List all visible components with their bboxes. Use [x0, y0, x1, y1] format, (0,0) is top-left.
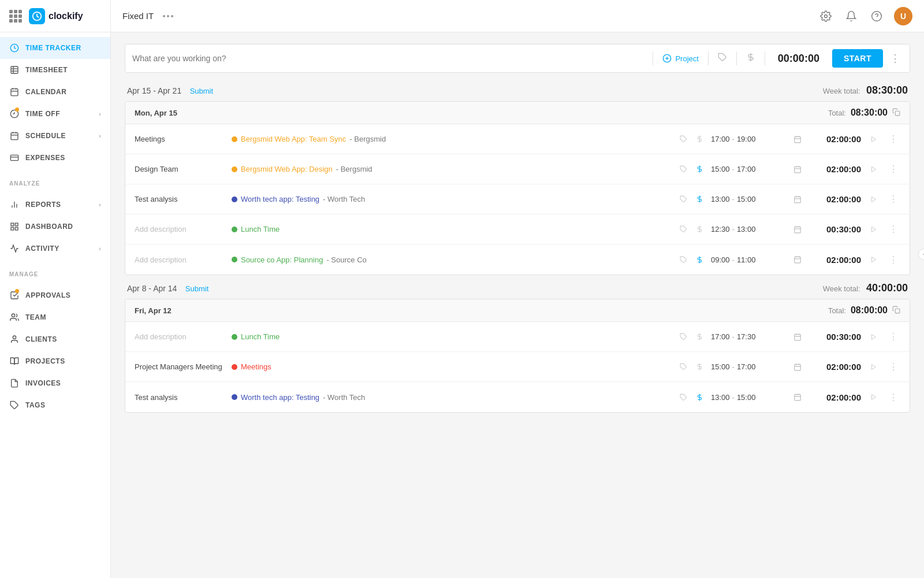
more-options-button[interactable]: ⋮ [886, 360, 900, 374]
entry-time-range[interactable]: 15:00 - 17:00 [711, 165, 786, 173]
sidebar-item-clients[interactable]: CLIENTS [0, 328, 110, 350]
tag-icon[interactable] [676, 192, 690, 206]
sidebar-item-team[interactable]: TEAM [0, 306, 110, 328]
day-total-time: 08:30:00 [851, 108, 888, 118]
workspace-menu-button[interactable] [163, 15, 173, 17]
more-options-button[interactable]: ⋮ [886, 390, 900, 404]
tag-icon[interactable] [676, 132, 690, 146]
sidebar-item-expenses[interactable]: EXPENSES [0, 147, 110, 169]
play-button[interactable] [866, 131, 882, 147]
avatar[interactable]: U [894, 7, 912, 25]
calendar-icon[interactable] [791, 132, 804, 146]
project-name[interactable]: Lunch Time [241, 225, 280, 234]
sidebar-item-timesheet[interactable]: TIMESHEET [0, 59, 110, 81]
project-name[interactable]: Worth tech app: Testing [241, 195, 319, 203]
entry-description[interactable]: Meetings [135, 135, 227, 143]
more-options-button[interactable]: ⋮ [886, 162, 900, 176]
project-name[interactable]: Worth tech app: Testing [241, 393, 319, 402]
project-name[interactable]: Meetings [241, 362, 271, 371]
sidebar-item-approvals[interactable]: APPROVALS [0, 284, 110, 306]
entry-description[interactable]: Design Team [135, 165, 227, 173]
calendar-icon[interactable] [791, 192, 804, 206]
calendar-icon[interactable] [791, 390, 804, 404]
more-options-button[interactable]: ⋮ [886, 330, 900, 344]
sidebar-item-dashboard[interactable]: DASHBOARD [0, 216, 110, 238]
entry-description[interactable]: Project Managers Meeting [135, 362, 227, 371]
billable-icon[interactable] [692, 132, 706, 146]
submit-button[interactable]: Submit [185, 284, 208, 293]
description-input[interactable] [132, 54, 648, 63]
more-options-button[interactable]: ⋮ [886, 192, 900, 206]
entry-time-range[interactable]: 13:00 - 15:00 [711, 195, 786, 203]
submit-button[interactable]: Submit [190, 87, 213, 95]
copy-icon[interactable] [892, 108, 900, 118]
logo[interactable]: clockify [29, 8, 83, 24]
project-name[interactable]: Bergsmid Web App: Team Sync [241, 135, 346, 143]
project-button[interactable]: Project [658, 51, 703, 65]
billable-icon[interactable] [692, 223, 706, 236]
sidebar-item-activity[interactable]: ACTIVITY › [0, 238, 110, 260]
play-button[interactable] [866, 191, 882, 208]
sidebar-item-calendar[interactable]: CALENDAR [0, 81, 110, 103]
project-name[interactable]: Source co App: Planning [241, 255, 323, 264]
help-icon[interactable] [869, 8, 885, 24]
tag-icon[interactable] [676, 253, 690, 266]
tag-icon[interactable] [713, 50, 732, 66]
project-name[interactable]: Bergsmid Web App: Design [241, 165, 333, 173]
play-button[interactable] [866, 161, 882, 177]
calendar-icon[interactable] [791, 253, 804, 266]
play-button[interactable] [866, 389, 882, 405]
billable-icon[interactable] [742, 50, 760, 66]
tag-icon[interactable] [676, 360, 690, 374]
play-button[interactable] [866, 251, 882, 268]
more-options-button[interactable]: ⋮ [886, 223, 900, 236]
project-name[interactable]: Lunch Time [241, 332, 280, 341]
calendar-icon[interactable] [791, 330, 804, 344]
sidebar-item-label: REPORTS [25, 201, 61, 209]
billable-icon[interactable] [692, 330, 706, 344]
entry-time-range[interactable]: 17:00 - 17:30 [711, 332, 786, 341]
project-client: - Source Co [326, 255, 366, 264]
calendar-icon[interactable] [791, 162, 804, 176]
sidebar-item-time-off[interactable]: TIME OFF › [0, 103, 110, 125]
sidebar-item-reports[interactable]: REPORTS › [0, 194, 110, 216]
play-button[interactable] [866, 359, 882, 375]
tag-icon[interactable] [676, 330, 690, 344]
billable-icon[interactable] [692, 162, 706, 176]
copy-icon[interactable] [892, 306, 900, 316]
entry-time-range[interactable]: 12:30 - 13:00 [711, 225, 786, 234]
notifications-icon[interactable] [843, 8, 859, 24]
more-options-button[interactable]: ⋮ [886, 253, 900, 266]
sidebar-item-tags[interactable]: TAGS [0, 394, 110, 416]
play-button[interactable] [866, 329, 882, 345]
sidebar-item-time-tracker[interactable]: TIME TRACKER [0, 37, 110, 59]
entry-time-range[interactable]: 13:00 - 15:00 [711, 393, 786, 402]
start-button[interactable]: START [832, 49, 883, 68]
entry-description[interactable]: Test analysis [135, 393, 227, 402]
entry-time-range[interactable]: 15:00 - 17:00 [711, 362, 786, 371]
sidebar-item-label: INVOICES [25, 379, 61, 387]
timer-more-options[interactable]: ⋮ [888, 52, 903, 65]
more-options-button[interactable]: ⋮ [886, 132, 900, 146]
tag-icon[interactable] [676, 162, 690, 176]
calendar-icon[interactable] [791, 223, 804, 236]
sidebar-item-schedule[interactable]: SCHEDULE › [0, 125, 110, 147]
entry-description[interactable]: Add description [135, 225, 227, 234]
play-button[interactable] [866, 221, 882, 238]
billable-icon[interactable] [692, 360, 706, 374]
calendar-icon[interactable] [791, 360, 804, 374]
entry-description[interactable]: Add description [135, 255, 227, 264]
billable-icon[interactable] [692, 253, 706, 266]
entry-description[interactable]: Add description [135, 332, 227, 341]
billable-icon[interactable] [692, 390, 706, 404]
grid-menu-icon[interactable] [9, 10, 22, 23]
entry-time-range[interactable]: 09:00 - 11:00 [711, 255, 786, 264]
billable-icon[interactable] [692, 192, 706, 206]
settings-icon[interactable] [818, 8, 834, 24]
entry-description[interactable]: Test analysis [135, 195, 227, 203]
sidebar-item-projects[interactable]: PROJECTS [0, 350, 110, 372]
tag-icon[interactable] [676, 390, 690, 404]
entry-time-range[interactable]: 17:00 - 19:00 [711, 135, 786, 143]
tag-icon[interactable] [676, 223, 690, 236]
sidebar-item-invoices[interactable]: INVOICES [0, 372, 110, 394]
